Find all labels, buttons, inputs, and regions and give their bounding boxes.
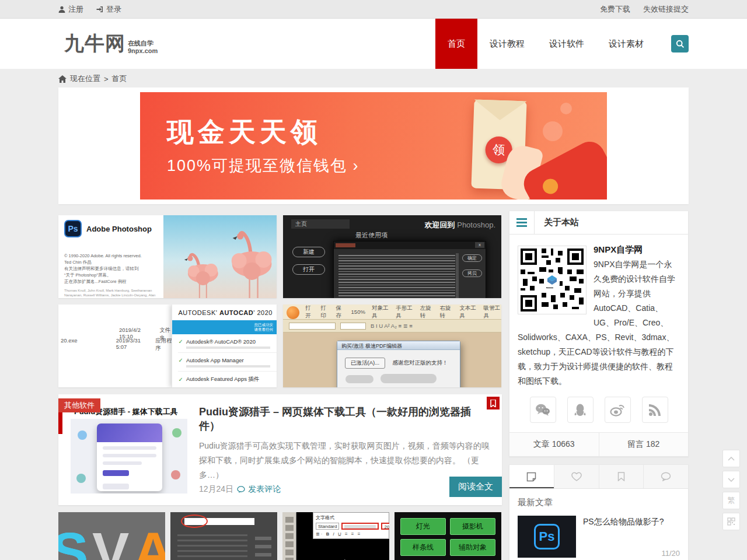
- topbar: 注册 登录 免费下载 失效链接提交: [0, 0, 747, 19]
- site-header: 九牛网 在线自学 9npx.com 首页 设计教程 设计软件 设计素材: [0, 19, 747, 69]
- activated-button: 已激活(A)...: [345, 358, 385, 369]
- promo-banner[interactable]: 现金天天领 100%可提现至微信钱包 › 领: [140, 92, 607, 200]
- article-title[interactable]: Pudiu资源猎手 – 网页媒体下载工具（一款好用的浏览器插件）: [199, 405, 490, 433]
- qq-icon: [574, 403, 587, 417]
- qr-icon: [727, 517, 735, 526]
- widget-header: 关于本站: [509, 211, 688, 235]
- tab-latest-posts[interactable]: [509, 465, 554, 488]
- pdf-format-bar: B I U A² A₂ ≡ ≣ ≡: [283, 320, 501, 332]
- chevron-up-icon: [728, 457, 735, 461]
- splines-button: 样条线: [400, 539, 446, 556]
- qq-link[interactable]: [567, 397, 594, 423]
- blurred-buttons: [255, 532, 271, 560]
- welcome-title: 欢迎回到 Photoshop.: [425, 220, 495, 230]
- check-icon: ✓: [178, 338, 183, 345]
- about-body: 9NPX自学网 9NPX自学网是一个永久免费的设计软件自学网站，分享提供Auto…: [509, 235, 688, 432]
- thumb-autocad-install[interactable]: 2019/4/2 15:10文件夹 20.exe2019/3/31 5:07应用…: [58, 304, 277, 387]
- comment-icon: [661, 472, 671, 481]
- format-icons: ≣· 𝐁 𝐼 U̲ ≡ ≡ ≡: [316, 531, 386, 537]
- tab-comments[interactable]: [644, 465, 688, 488]
- breadcrumb-current[interactable]: 首页: [112, 74, 127, 84]
- note-icon: [526, 472, 536, 482]
- login-link[interactable]: 登录: [96, 4, 121, 15]
- post-title[interactable]: PS怎么给物品做影子?: [583, 516, 680, 527]
- activation-dialog: 购买/激活 极速PDF编辑器 已激活(A)... 感谢您对正版的支持！: [337, 341, 460, 387]
- banner-card: 现金天天领 100%可提现至微信钱包 › 领: [58, 88, 689, 204]
- letter-v-tile: V: [92, 520, 129, 560]
- wechat-icon: [535, 404, 550, 416]
- check-icon: ✓: [178, 376, 183, 383]
- thumb-photoshop-splash[interactable]: Ps Adobe Photoshop © 1990-2020 Adobe. Al…: [58, 215, 277, 298]
- scroll-top-button[interactable]: [722, 450, 740, 467]
- thumb-autocad-textstyle[interactable]: 文字格式 Standard 20 ≣· 𝐁 𝐼 U̲ ≡ ≡ ≡ 刘海: [282, 512, 389, 560]
- dialog-titlebar: x: [334, 242, 486, 249]
- register-link[interactable]: 注册: [58, 4, 83, 15]
- size-dropdown: [340, 323, 366, 330]
- thumb-3dsmax-panel[interactable]: 灯光 摄影机 样条线 辅助对象 首选项: 塌陷堆栈 动画: [395, 512, 501, 560]
- dead-link-submit-link[interactable]: 失效链接提交: [643, 4, 689, 15]
- banner-title: 现金天天领: [167, 114, 322, 150]
- decoration: [171, 470, 180, 480]
- decoration: [78, 430, 87, 440]
- site-stats: 文章 10663 留言 182: [509, 432, 688, 456]
- blurred-text-line: [186, 365, 270, 368]
- flamingo-artwork: [163, 215, 277, 298]
- weibo-link[interactable]: [605, 397, 631, 423]
- article-thumbnail[interactable]: Pudiu资源猎手 - 媒体下载工具: [71, 405, 187, 494]
- article-excerpt: Pudiu资源猎手可高效实现下载管理，实时获取网页图片，视频，音频等内容的嗅探和…: [199, 439, 490, 482]
- thumb-settings-dialog[interactable]: [170, 512, 277, 560]
- ok-button: 确定: [462, 254, 482, 262]
- text-format-panel: 文字格式 Standard 20 ≣· 𝐁 𝐼 U̲ ≡ ≡ ≡: [313, 512, 389, 539]
- tab-popular[interactable]: [554, 465, 599, 488]
- user-icon: [58, 6, 65, 13]
- comments-link[interactable]: 发表评论: [237, 484, 281, 495]
- canvas-text: 刘海: [336, 554, 386, 560]
- chevron-down-icon: [728, 478, 735, 482]
- check-icon: ✓: [178, 357, 183, 363]
- nav-item-tutorials[interactable]: 设计教程: [477, 19, 537, 69]
- article-card: Pudiu资源猎手 - 媒体下载工具 其他软件 Pudiu资源猎手: [58, 394, 502, 505]
- tab-bookmarks[interactable]: [599, 465, 644, 488]
- floating-toolbar: 繁: [722, 450, 740, 530]
- nav-item-software[interactable]: 设计软件: [537, 19, 596, 69]
- thumb-adobe-apps[interactable]: S V A: [58, 512, 165, 560]
- search-button[interactable]: [671, 35, 689, 52]
- size-field: 20: [381, 523, 389, 530]
- scrollbar: [456, 253, 459, 298]
- nav-item-materials[interactable]: 设计素材: [596, 19, 656, 69]
- post-date: 11/20: [661, 549, 680, 558]
- latest-header: 最新文章: [518, 497, 680, 508]
- traditional-chinese-button[interactable]: 繁: [722, 492, 740, 509]
- category-tag[interactable]: 其他软件: [58, 398, 100, 412]
- thumb-pdf-editor[interactable]: 打开打印保存150%对象工具手形工具左旋转右旋转文本工具吸管工具 B I U A…: [283, 304, 501, 387]
- social-links: [518, 388, 680, 432]
- qr-button[interactable]: [722, 513, 740, 530]
- read-more-button[interactable]: 阅读全文: [449, 477, 502, 497]
- redacted-blob: [381, 374, 437, 383]
- bookmark-icon: [617, 472, 625, 481]
- topbar-right: 免费下载 失效链接提交: [600, 4, 689, 15]
- thumb-photoshop-welcome[interactable]: 主页 欢迎回到 Photoshop. 最近使用项 新建 打开 x 确定 拷贝: [283, 215, 501, 298]
- thumbnail-grid: Ps Adobe Photoshop © 1990-2020 Adobe. Al…: [58, 215, 502, 387]
- dialog-titlebar: 购买/激活 极速PDF编辑器: [337, 341, 460, 350]
- menu-icon[interactable]: [509, 211, 535, 234]
- page: 注册 登录 免费下载 失效链接提交 九牛网 在线自学 9npx.com: [0, 0, 747, 560]
- site-logo[interactable]: 九牛网 在线自学 9npx.com: [64, 30, 158, 57]
- site-name: 9NPX自学网: [594, 244, 643, 254]
- weibo-icon: [610, 404, 625, 416]
- pdf-toolbar: 打开打印保存150%对象工具手形工具左旋转右旋转文本工具吸管工具: [283, 304, 501, 320]
- nav-item-home[interactable]: 首页: [435, 19, 477, 69]
- stat-comments[interactable]: 留言 182: [599, 433, 689, 456]
- rss-link[interactable]: [642, 397, 668, 423]
- new-button: 新建: [292, 247, 325, 257]
- wechat-link[interactable]: [530, 397, 556, 423]
- scroll-bottom-button[interactable]: [722, 471, 740, 488]
- system-info-dialog: x 确定 拷贝: [333, 241, 486, 298]
- stat-articles[interactable]: 文章 10663: [509, 433, 599, 456]
- article-body: Pudiu资源猎手 – 网页媒体下载工具（一款好用的浏览器插件） Pudiu资源…: [199, 405, 490, 496]
- extension-popup-graphic: [97, 424, 162, 491]
- list-item[interactable]: Ps PS怎么给物品做影子? 11/20: [518, 516, 680, 558]
- article-date: 12月24日: [199, 484, 233, 495]
- logo-text: 九牛网: [64, 30, 125, 57]
- free-download-link[interactable]: 免费下载: [600, 4, 630, 15]
